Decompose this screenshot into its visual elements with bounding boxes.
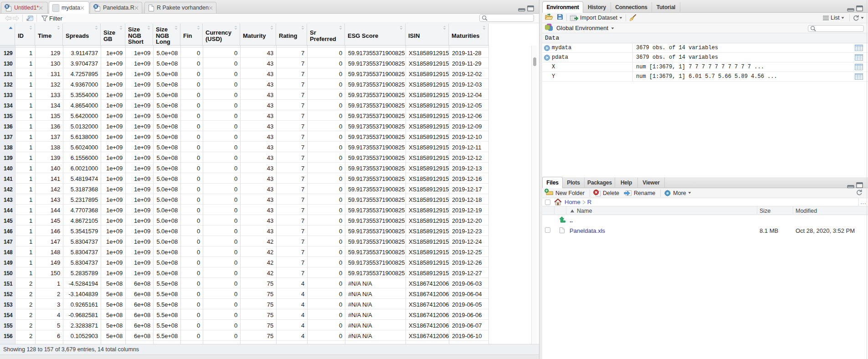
svg-text:R: R [94,5,97,9]
svg-text:R: R [5,5,8,9]
